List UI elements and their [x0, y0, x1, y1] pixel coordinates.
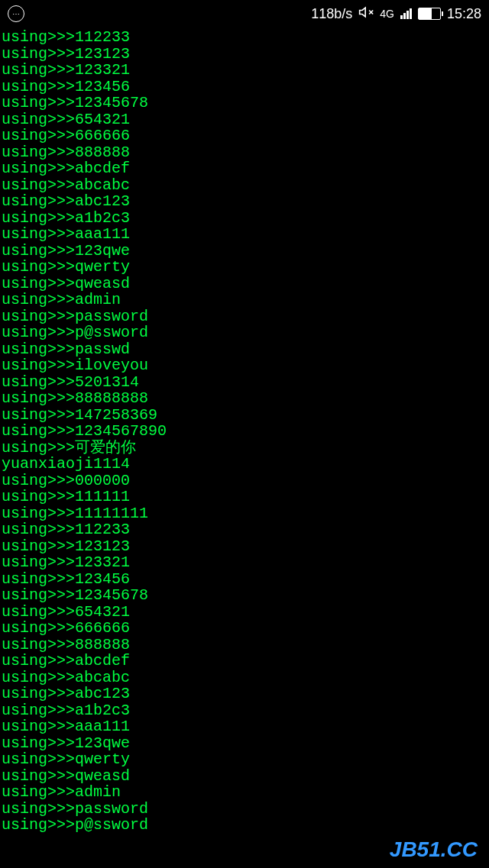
terminal-line: using>>>qwerty — [2, 259, 487, 276]
terminal-line: using>>>147258369 — [2, 407, 487, 424]
terminal-line: using>>>admin — [2, 784, 487, 801]
terminal-line: using>>>passwd — [2, 341, 487, 358]
terminal-line: using>>>123321 — [2, 62, 487, 79]
terminal-line: using>>>11111111 — [2, 505, 487, 522]
terminal-line: using>>>666666 — [2, 127, 487, 144]
terminal-line: using>>>aaa111 — [2, 718, 487, 735]
terminal-output: using>>>112233using>>>123123using>>>1233… — [0, 27, 489, 835]
terminal-line: using>>>888888 — [2, 637, 487, 653]
more-icon[interactable]: ⋯ — [8, 5, 24, 22]
signal-bars-icon — [400, 8, 412, 19]
terminal-line: using>>>123qwe — [2, 243, 487, 260]
terminal-line: using>>>可爱的你 — [2, 440, 487, 457]
status-bar: ⋯ 118b/s 4G 15:28 — [0, 0, 489, 27]
clock: 15:28 — [447, 6, 481, 22]
terminal-line: using>>>654321 — [2, 604, 487, 621]
status-left: ⋯ — [8, 5, 24, 22]
terminal-line: using>>>abcabc — [2, 670, 487, 686]
terminal-line: using>>>88888888 — [2, 390, 487, 407]
terminal-line: using>>>qweasd — [2, 276, 487, 292]
terminal-line: using>>>123456 — [2, 79, 487, 95]
terminal-line: using>>>qweasd — [2, 768, 487, 785]
terminal-line: using>>>p@ssword — [2, 324, 487, 341]
data-rate: 118b/s — [311, 6, 352, 22]
terminal-line: using>>>1234567890 — [2, 423, 487, 440]
terminal-line: using>>>123123 — [2, 46, 487, 63]
terminal-line: yuanxiaoji1114 — [2, 456, 487, 473]
network-type: 4G — [380, 8, 394, 20]
terminal-line: using>>>iloveyou — [2, 357, 487, 374]
terminal-line: using>>>admin — [2, 292, 487, 308]
terminal-line: using>>>888888 — [2, 144, 487, 161]
terminal-line: using>>>abcdef — [2, 653, 487, 670]
terminal-line: using>>>112233 — [2, 521, 487, 538]
terminal-line: using>>>password — [2, 308, 487, 325]
terminal-line: using>>>000000 — [2, 473, 487, 489]
terminal-line: using>>>5201314 — [2, 374, 487, 391]
terminal-line: using>>>654321 — [2, 111, 487, 128]
status-right: 118b/s 4G 15:28 — [311, 5, 481, 24]
terminal-line: using>>>abc123 — [2, 193, 487, 210]
terminal-line: using>>>p@ssword — [2, 817, 487, 834]
watermark: JB51.CC — [390, 837, 478, 862]
terminal-line: using>>>123qwe — [2, 735, 487, 752]
terminal-line: using>>>666666 — [2, 620, 487, 637]
terminal-line: using>>>a1b2c3 — [2, 210, 487, 227]
terminal-line: using>>>abc123 — [2, 686, 487, 702]
terminal-line: using>>>abcabc — [2, 177, 487, 194]
terminal-line: using>>>a1b2c3 — [2, 702, 487, 719]
terminal-line: using>>>123321 — [2, 554, 487, 571]
terminal-line: using>>>12345678 — [2, 95, 487, 111]
terminal-line: using>>>password — [2, 801, 487, 818]
terminal-line: using>>>aaa111 — [2, 226, 487, 243]
terminal-line: using>>>112233 — [2, 29, 487, 46]
mute-icon — [358, 5, 374, 24]
terminal-line: using>>>qwerty — [2, 751, 487, 768]
terminal-line: using>>>111111 — [2, 489, 487, 505]
terminal-line: using>>>123123 — [2, 538, 487, 555]
terminal-line: using>>>abcdef — [2, 160, 487, 177]
terminal-line: using>>>12345678 — [2, 587, 487, 604]
terminal-line: using>>>123456 — [2, 571, 487, 588]
battery-icon — [418, 8, 441, 20]
